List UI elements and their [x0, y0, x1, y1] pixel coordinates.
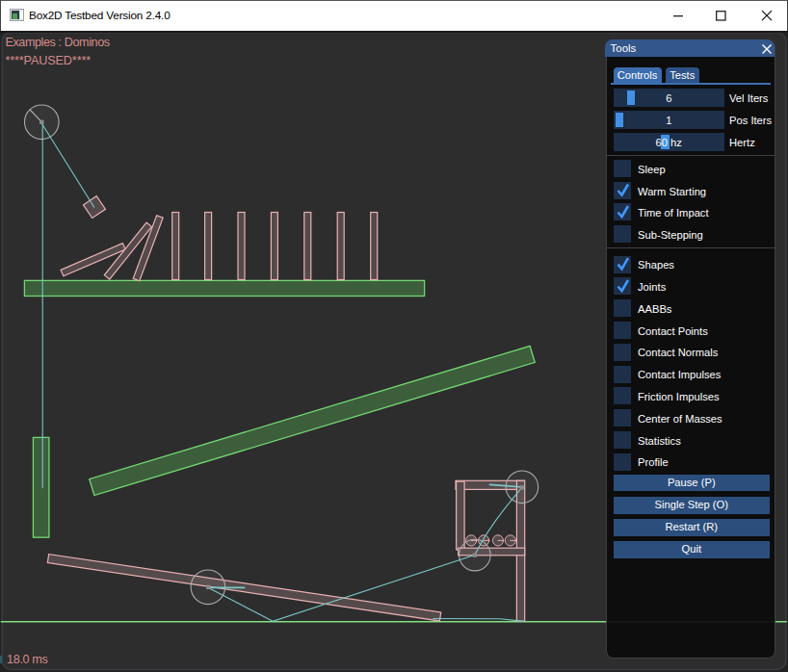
svg-text:****PAUSED****: ****PAUSED**** — [5, 54, 91, 67]
svg-text:Examples : Dominos: Examples : Dominos — [5, 36, 109, 49]
svg-text:18.0 ms: 18.0 ms — [7, 653, 47, 666]
